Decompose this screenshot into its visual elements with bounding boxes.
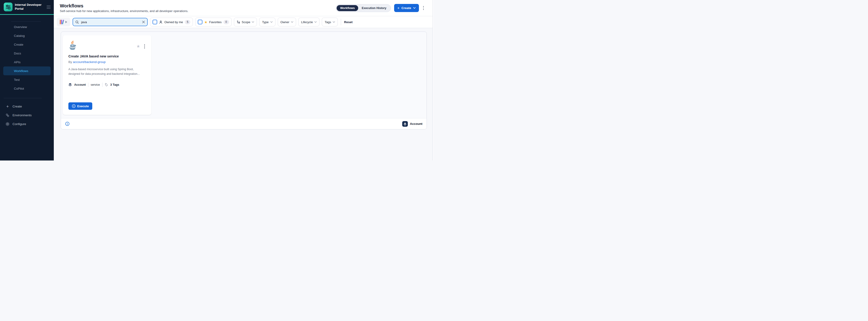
layers-icon xyxy=(68,83,72,86)
scope-badge-label: Account xyxy=(410,122,423,126)
dropdown-label: Lifecycle xyxy=(301,21,313,24)
owner-link[interactable]: account/backend-group xyxy=(73,60,106,64)
tab-workflows[interactable]: Workflows xyxy=(337,5,358,11)
app-title: Internal Developer Portal xyxy=(15,3,44,11)
sidebar-item-environments[interactable]: Environments xyxy=(0,111,54,119)
hexagons-icon xyxy=(6,113,9,117)
workflow-card[interactable]: ★ Create JAVA based new service By accou… xyxy=(63,35,151,115)
sidebar-footer-label: Create xyxy=(12,105,22,108)
layers-icon xyxy=(402,121,408,127)
owned-count-badge: 5 xyxy=(185,20,190,24)
card-actions: ★ xyxy=(136,43,146,49)
library-bars-icon xyxy=(60,20,64,25)
dropdown-label: Tags xyxy=(324,21,331,24)
play-circle-icon xyxy=(72,104,75,108)
dropdown-label: Scope xyxy=(242,21,250,24)
create-button[interactable]: + Create xyxy=(394,4,419,12)
type-dropdown[interactable]: Type xyxy=(259,17,275,26)
search-box xyxy=(72,18,148,26)
sidebar-item-create-action[interactable]: + Create xyxy=(0,102,54,111)
tags-dropdown[interactable]: Tags xyxy=(322,17,338,26)
sidebar-item-test[interactable]: Test xyxy=(0,75,54,84)
saved-filters-button[interactable] xyxy=(57,17,70,26)
by-label: By xyxy=(68,60,72,64)
sidebar: Internal Developer Portal Overview Catal… xyxy=(0,0,54,160)
workflow-title: Create JAVA based new service xyxy=(68,55,146,58)
panel-footer: Account xyxy=(61,118,427,129)
sidebar-nav: Overview Catalog Create Docs APIs Workfl… xyxy=(0,23,54,93)
favorites-filter: ★ Favorites 0 xyxy=(195,17,231,26)
workflow-meta-row: Account service 3 Tags xyxy=(68,83,146,87)
tag-icon xyxy=(105,83,108,86)
divider xyxy=(88,83,88,87)
favorites-count-badge: 0 xyxy=(223,20,229,24)
scope-badge: Account xyxy=(402,121,423,127)
header-actions: Workflows Execution History + Create xyxy=(336,4,425,12)
view-toggle: Workflows Execution History xyxy=(336,4,391,12)
execute-button[interactable]: Execute xyxy=(68,102,92,110)
page-subtitle: Self-service hub for new applications, i… xyxy=(60,9,188,13)
logo-row: Internal Developer Portal xyxy=(0,0,54,15)
sidebar-divider xyxy=(4,98,42,98)
filter-bar: Owned by me 5 ★ Favorites 0 S xyxy=(54,16,434,28)
sidebar-item-workflows[interactable]: Workflows xyxy=(3,67,51,75)
sidebar-item-copilot[interactable]: CoPilot xyxy=(0,84,54,93)
sidebar-item-apis[interactable]: APIs xyxy=(0,58,54,67)
plus-icon: + xyxy=(6,104,9,109)
page-scrollbar[interactable] xyxy=(433,0,434,160)
meta-scope: Account xyxy=(74,83,86,86)
workflow-description: A Java-based microservice built using Sp… xyxy=(68,67,145,76)
create-button-label: Create xyxy=(401,6,411,10)
slider-logo-icon xyxy=(5,4,11,10)
app-logo xyxy=(4,3,12,11)
sidebar-item-overview[interactable]: Overview xyxy=(0,23,54,31)
sidebar-item-catalog[interactable]: Catalog xyxy=(0,31,54,40)
search-icon xyxy=(75,21,79,24)
chevron-down-icon xyxy=(413,7,416,9)
meta-tags: 3 Tags xyxy=(111,83,119,86)
clear-icon[interactable] xyxy=(142,21,145,24)
workflow-owner-line: By account/backend-group xyxy=(68,60,146,64)
meta-type: service xyxy=(91,83,100,86)
java-icon xyxy=(68,41,77,51)
sidebar-item-create[interactable]: Create xyxy=(0,40,54,49)
sidebar-item-docs[interactable]: Docs xyxy=(0,49,54,58)
star-icon: ★ xyxy=(204,21,207,24)
search-input[interactable] xyxy=(81,20,140,24)
dropdown-label: Type xyxy=(262,21,269,24)
favorite-star-icon[interactable]: ★ xyxy=(136,44,140,48)
owner-dropdown[interactable]: Owner xyxy=(278,17,296,26)
app-window: Internal Developer Portal Overview Catal… xyxy=(0,0,434,160)
owned-by-me-filter: Owned by me 5 xyxy=(150,17,193,26)
header-kebab-icon[interactable] xyxy=(422,5,425,11)
workflows-panel: ★ Create JAVA based new service By accou… xyxy=(61,32,427,130)
content-area: ★ Create JAVA based new service By accou… xyxy=(54,28,434,160)
chevron-down-icon xyxy=(252,21,254,23)
card-top-row: ★ xyxy=(68,41,146,51)
owned-by-me-checkbox[interactable] xyxy=(153,20,157,24)
card-kebab-icon[interactable] xyxy=(143,43,146,49)
tab-execution-history[interactable]: Execution History xyxy=(358,5,390,11)
sidebar-footer-label: Environments xyxy=(12,113,32,117)
gear-icon xyxy=(6,122,9,126)
filter-label: Favorites xyxy=(209,21,221,24)
dropdown-label: Owner xyxy=(281,21,289,24)
page-header: Workflows Self-service hub for new appli… xyxy=(54,0,434,16)
reset-filters-button[interactable]: Reset xyxy=(344,21,352,24)
divider xyxy=(341,19,341,25)
title-block: Workflows Self-service hub for new appli… xyxy=(60,3,188,13)
person-icon xyxy=(159,21,162,24)
execute-label: Execute xyxy=(77,104,89,108)
info-icon[interactable] xyxy=(65,121,69,126)
plus-icon: + xyxy=(397,6,400,10)
sidebar-footer-label: Configure xyxy=(12,122,26,126)
favorites-checkbox[interactable] xyxy=(198,20,203,24)
lifecycle-dropdown[interactable]: Lifecycle xyxy=(299,17,320,26)
main-area: Workflows Self-service hub for new appli… xyxy=(54,0,434,160)
apps-grid-icon[interactable] xyxy=(46,5,51,9)
divider xyxy=(102,83,102,87)
hierarchy-icon xyxy=(237,21,240,24)
filter-label: Owned by me xyxy=(164,21,183,24)
sidebar-item-configure[interactable]: Configure xyxy=(0,119,54,128)
scope-dropdown[interactable]: Scope xyxy=(234,17,257,26)
